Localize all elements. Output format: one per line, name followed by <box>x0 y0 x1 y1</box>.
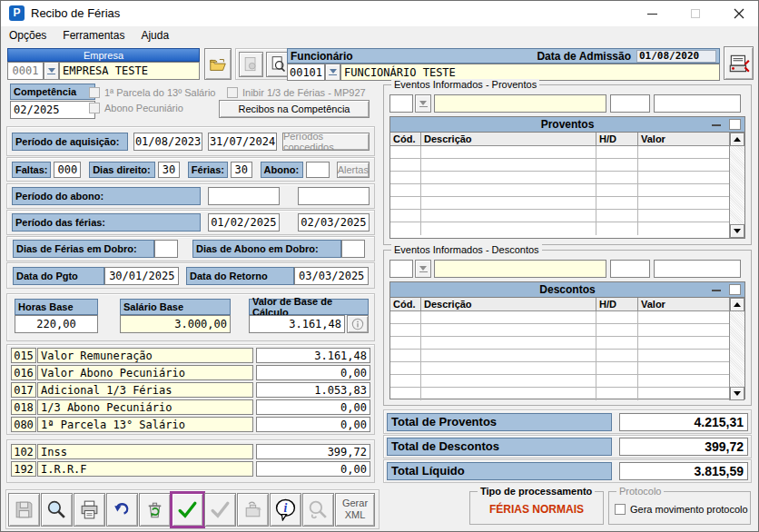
info-button[interactable]: i <box>270 493 301 527</box>
company-dropdown-button[interactable] <box>44 62 59 80</box>
confirm-button[interactable] <box>172 493 203 527</box>
verba-row[interactable]: 015 Valor Remuneração 3.161,48 <box>11 348 370 363</box>
grid-minimize-icon[interactable] <box>712 290 721 291</box>
ferias-inicio-field[interactable]: 01/02/2025 <box>208 213 280 232</box>
evento-hd-input[interactable] <box>610 260 650 278</box>
grid-scrollbar[interactable] <box>729 298 744 400</box>
scroll-up-button[interactable] <box>730 298 744 311</box>
transfer-button[interactable] <box>237 493 269 527</box>
verba-row[interactable]: 192 I.R.R.F 0,00 <box>11 461 370 477</box>
evento-desc-input[interactable] <box>434 94 606 113</box>
evento-valor-input[interactable] <box>654 94 741 113</box>
aquisicao-inicio-field[interactable]: 01/08/2023 <box>133 133 202 151</box>
gerar-xml-button[interactable]: Gerar XML <box>335 493 375 527</box>
aquisicao-fim-field[interactable]: 31/07/2024 <box>208 133 277 151</box>
menu-ajuda[interactable]: Ajuda <box>141 29 169 45</box>
evento-valor-input[interactable] <box>654 260 741 278</box>
evento-dropdown-button[interactable] <box>415 260 431 278</box>
scroll-down-button[interactable] <box>730 224 744 238</box>
dobro-panel: Dias de Férias em Dobro: Dias de Abono e… <box>6 236 375 261</box>
grid-row[interactable] <box>390 324 729 337</box>
ferias-field[interactable]: 30 <box>231 162 252 178</box>
open-button[interactable] <box>204 48 232 80</box>
grid-row[interactable] <box>390 375 729 388</box>
evento-desc-input[interactable] <box>434 260 606 278</box>
grid-row[interactable] <box>390 210 729 222</box>
employee-code-field[interactable]: 00101 <box>287 64 325 81</box>
evento-dropdown-button[interactable] <box>415 94 431 113</box>
grid-maximize-icon[interactable] <box>729 284 741 295</box>
verba-row[interactable]: 017 Adicional 1/3 Férias 1.053,83 <box>11 382 370 398</box>
grid-scrollbar[interactable] <box>729 133 744 238</box>
grid-row[interactable] <box>390 350 729 362</box>
checkbox-parcela13[interactable]: 1ª Parcela do 13º Salário <box>89 87 215 98</box>
scroll-track[interactable] <box>730 146 744 224</box>
checkbox-gera-protocolo[interactable]: Gera movimento protocolo <box>615 504 748 515</box>
verba-row[interactable]: 080 1ª Parcela 13° Salário 0,00 <box>11 417 370 432</box>
aquisicao-label: Período de aquisição: <box>12 133 128 151</box>
data-pgto-field[interactable]: 30/01/2025 <box>104 267 179 285</box>
total-proventos-row: Total de Proventos 4.215,31 <box>383 409 752 434</box>
close-button[interactable] <box>724 3 754 25</box>
checkbox-inibir-terco[interactable]: Inibir 1/3 de Férias - MP927 <box>227 87 366 98</box>
verba-row[interactable]: 102 Inss 399,72 <box>11 444 370 459</box>
grid-maximize-icon[interactable] <box>729 119 741 130</box>
save-button[interactable] <box>8 493 40 527</box>
alertas-button[interactable]: Alertas <box>337 162 370 178</box>
competencia-field[interactable]: 02/2025 <box>10 101 95 119</box>
evento-code-input[interactable] <box>389 94 413 113</box>
employee-dropdown-button[interactable] <box>325 64 340 81</box>
periodos-concedidos-button[interactable]: Períodos concedidos <box>282 133 370 151</box>
grid-row[interactable] <box>390 222 729 235</box>
print-button[interactable] <box>74 493 105 527</box>
undo-button[interactable] <box>106 493 138 527</box>
grid-minimize-icon[interactable] <box>712 124 721 126</box>
grid-row[interactable] <box>390 337 729 350</box>
scroll-track[interactable] <box>730 311 744 387</box>
scroll-down-button[interactable] <box>730 387 744 400</box>
company-name-field[interactable]: EMPRESA TESTE <box>59 62 200 80</box>
verba-row[interactable]: 018 1/3 Abono Pecuniário 0,00 <box>11 399 370 415</box>
verba-value: 0,00 <box>256 461 370 477</box>
report-button[interactable] <box>239 52 263 77</box>
recibos-competencia-button[interactable]: Recibos na Competência <box>219 100 370 118</box>
evento-hd-input[interactable] <box>610 94 650 113</box>
abono-inicio-field[interactable] <box>208 187 280 205</box>
abono-dobro-field[interactable] <box>341 240 365 258</box>
grid-row[interactable] <box>390 146 729 159</box>
ferias-fim-field[interactable]: 02/03/2025 <box>298 213 370 232</box>
abono-fim-field[interactable] <box>298 187 370 205</box>
evento-code-input[interactable] <box>389 260 413 278</box>
confirm-disabled-button[interactable] <box>204 493 236 527</box>
checkbox-box <box>615 504 626 515</box>
data-retorno-field[interactable]: 03/03/2025 <box>294 267 369 285</box>
grid-row[interactable] <box>390 184 729 197</box>
ferias-dobro-field[interactable] <box>154 240 178 258</box>
grid-row[interactable] <box>390 159 729 172</box>
faltas-field[interactable]: 000 <box>54 162 81 178</box>
company-code-field[interactable]: 0001 <box>7 62 44 80</box>
checkbox-abono-pecuniario[interactable]: Abono Pecuniário <box>89 103 183 113</box>
print-receipt-button[interactable] <box>724 46 754 80</box>
minimize-button[interactable] <box>636 3 667 25</box>
grid-row[interactable] <box>390 311 729 324</box>
col-valor: Valor <box>638 133 729 145</box>
grid-row[interactable] <box>390 172 729 184</box>
scroll-up-button[interactable] <box>730 133 744 146</box>
menu-ferramentas[interactable]: Ferramentas <box>63 29 124 45</box>
verba-row[interactable]: 016 Valor Abono Pecuniário 0,00 <box>11 365 370 380</box>
dias-direito-field[interactable]: 30 <box>158 162 180 178</box>
delete-button[interactable] <box>139 493 171 527</box>
base-info-button[interactable] <box>347 315 369 333</box>
cancel-search-button[interactable] <box>302 493 334 527</box>
print-receipt-icon <box>727 52 751 75</box>
grid-row[interactable] <box>390 197 729 210</box>
salario-base-field[interactable]: 3.000,00 <box>120 315 231 333</box>
menu-opcoes[interactable]: Opções <box>9 29 46 45</box>
abono-field[interactable] <box>306 162 330 178</box>
grid-row[interactable] <box>390 388 729 400</box>
maximize-button[interactable] <box>680 3 711 25</box>
grid-row[interactable] <box>390 362 729 375</box>
abono-dobro-label: Dias de Abono em Dobro: <box>192 240 341 258</box>
search-button[interactable] <box>41 493 73 527</box>
